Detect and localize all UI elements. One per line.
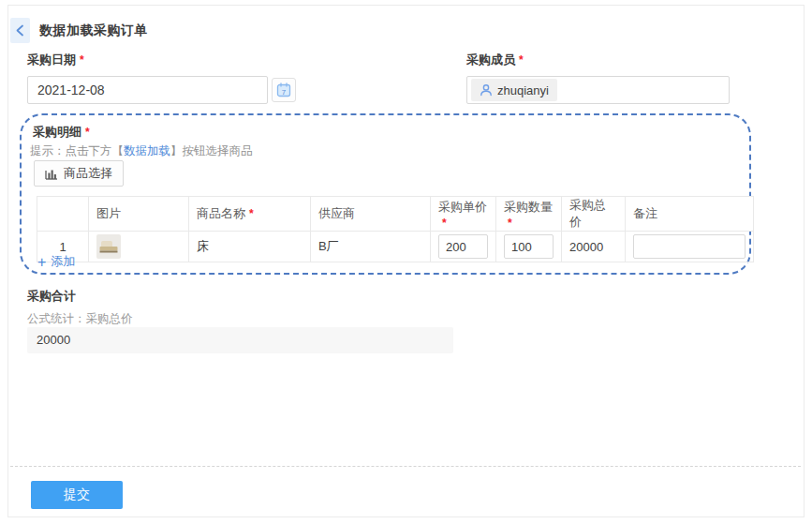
row-quantity-cell [496,232,562,262]
required-mark: * [519,53,524,67]
detail-table: 图片 商品名称* 供应商 采购单价* 采购数量* 采购总价 备注 1 [37,196,754,262]
row-unit-price-cell [431,232,496,262]
total-value-field: 20000 [27,327,453,353]
bar-chart-icon [45,168,58,180]
data-load-link[interactable]: 数据加载 [124,144,170,157]
col-quantity: 采购数量* [496,197,562,232]
footer-divider [10,466,801,467]
add-row-label: 添加 [51,253,75,270]
row-image-cell [89,232,189,262]
member-tag[interactable]: zhuqianyi [471,79,557,101]
purchase-date-input[interactable] [27,76,268,104]
product-select-button[interactable]: 商品选择 [34,160,124,187]
purchase-detail-section: 采购明细* 提示：点击下方【数据加载】按钮选择商品 商品选择 [20,113,751,275]
page-header: 数据加载采购订单 [10,18,148,43]
col-total-price: 采购总价 [562,197,626,232]
add-row-button[interactable]: + 添加 [37,253,75,270]
table-header-row: 图片 商品名称* 供应商 采购单价* 采购数量* 采购总价 备注 [37,197,754,232]
required-mark: * [442,217,447,230]
submit-button[interactable]: 提交 [31,481,123,509]
purchase-date-label: 采购日期* [27,52,84,68]
table-row: 1 床 B厂 [37,232,754,262]
member-name: zhuqianyi [497,83,549,97]
formula-stat-label: 公式统计：采购总价 [27,311,133,327]
required-mark: * [508,217,512,230]
product-thumbnail[interactable] [96,234,121,259]
row-supplier: B厂 [311,232,431,262]
col-unit-price: 采购单价* [431,197,496,232]
bed-photo-icon [98,238,119,255]
quantity-input[interactable] [504,234,554,259]
col-image: 图片 [89,197,189,232]
purchase-member-label: 采购成员* [466,52,524,68]
chevron-left-icon [15,24,25,37]
unit-price-input[interactable] [438,234,488,259]
plus-icon: + [37,256,46,268]
calendar-picker-button[interactable]: 7 [272,78,296,102]
purchase-member-input[interactable]: zhuqianyi [466,76,730,104]
required-mark: * [249,207,254,220]
purchase-detail-label: 采购明细* [33,124,90,141]
row-product-name: 床 [189,232,311,262]
col-index [37,197,89,232]
product-select-label: 商品选择 [64,165,112,182]
user-icon [480,83,493,97]
page-title: 数据加载采购订单 [39,22,148,39]
purchase-total-label: 采购合计 [27,288,76,305]
detail-tip-text: 提示：点击下方【数据加载】按钮选择商品 [30,143,253,159]
row-remark-cell [626,232,754,262]
calendar-icon: 7 [276,82,291,97]
remark-input[interactable] [633,234,746,259]
back-button[interactable] [10,18,30,43]
form-card: 数据加载采购订单 采购日期* 7 采购成员* zhuqianyi 采购明细* [7,5,805,517]
svg-text:7: 7 [282,88,287,97]
col-remark: 备注 [626,197,754,232]
col-supplier: 供应商 [311,197,431,232]
required-mark: * [80,53,84,67]
row-total-price: 20000 [562,232,626,262]
required-mark: * [85,126,90,139]
col-product-name: 商品名称* [189,197,311,232]
